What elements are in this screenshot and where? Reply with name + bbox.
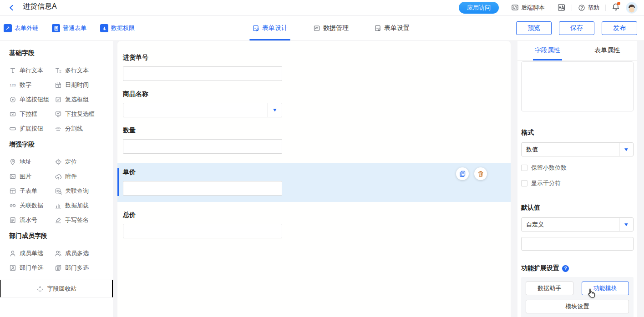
custom-default-value-input[interactable]: [521, 237, 634, 251]
field-type-label: 数据加载: [65, 201, 89, 210]
dept-member-fields-grid: 成员单选 成员多选 部门单选 部门多选: [9, 246, 113, 275]
publish-button[interactable]: 发布: [602, 21, 637, 35]
keep-decimal-checkbox-row[interactable]: 保留小数位数: [521, 164, 634, 172]
tab-form-design[interactable]: 表单设计: [249, 16, 290, 40]
help-button[interactable]: 帮助: [578, 4, 599, 12]
notification-dot: [617, 2, 620, 5]
page-title[interactable]: 进货信息A: [23, 2, 57, 13]
field-type-location[interactable]: 定位: [55, 155, 113, 169]
plain-form-button[interactable]: 普通表单: [52, 24, 86, 32]
language-icon: [557, 3, 566, 12]
field-type-checkbox-group[interactable]: 复选框组: [55, 92, 113, 107]
tab-data-management-label: 数据管理: [323, 24, 349, 32]
checkbox-unchecked-icon[interactable]: [521, 180, 527, 186]
pill-button-icon: [9, 125, 16, 132]
field-type-label: 地址: [20, 158, 31, 166]
properties-tabs: 字段属性 表单属性: [517, 41, 637, 60]
thousand-separator-checkbox-row[interactable]: 显示千分符: [521, 179, 634, 187]
field-description-textarea[interactable]: [521, 61, 634, 111]
app-access-button[interactable]: 应用访问: [459, 2, 499, 14]
field-type-member-multi[interactable]: 成员多选: [55, 246, 113, 261]
format-select[interactable]: 数值 ▼: [521, 142, 634, 156]
field-type-multi-line-text[interactable]: 多行文本: [55, 63, 113, 78]
save-button[interactable]: 保存: [559, 21, 594, 35]
tab-form-properties[interactable]: 表单属性: [578, 41, 638, 60]
data-assistant-button[interactable]: 数据助手: [526, 282, 573, 295]
tab-form-design-label: 表单设计: [262, 24, 288, 32]
recycle-icon: [36, 285, 44, 292]
preview-button[interactable]: 预览: [516, 21, 552, 35]
field-type-linked-query[interactable]: 关联查询: [55, 184, 113, 198]
image-icon: [9, 173, 16, 180]
form-field-quantity[interactable]: 数量: [123, 126, 505, 154]
section-title-enhanced-fields: 增强字段: [9, 141, 113, 149]
field-type-dept-multi[interactable]: 部门多选: [55, 261, 113, 275]
section-title-basic-fields: 基础字段: [9, 49, 113, 57]
field-type-linked-data[interactable]: 关联数据: [9, 198, 55, 213]
number-icon: 123: [9, 83, 16, 87]
tab-data-management[interactable]: 数据管理: [310, 16, 351, 40]
tab-form-settings[interactable]: 表单设置: [371, 16, 412, 40]
field-type-divider[interactable]: 分割线: [55, 121, 113, 136]
dropdown-multi-icon: [55, 111, 62, 118]
unit-price-input[interactable]: [123, 181, 282, 196]
form-external-link-label: 表单外链: [15, 24, 38, 32]
field-type-dropdown[interactable]: 下拉框: [9, 107, 55, 121]
form-field-purchase-order-no[interactable]: 进货单号: [123, 54, 505, 81]
user-avatar[interactable]: [626, 2, 638, 14]
total-price-input[interactable]: [123, 224, 282, 238]
notifications-button[interactable]: [612, 3, 620, 12]
field-type-label: 部门多选: [65, 264, 89, 272]
function-module-button[interactable]: 功能模块: [582, 282, 629, 295]
form-field-total-price[interactable]: 总价: [123, 211, 505, 238]
field-type-single-line-text[interactable]: 单行文本: [9, 63, 55, 78]
field-type-address[interactable]: 地址: [9, 155, 55, 169]
field-type-label: 成员多选: [65, 249, 89, 257]
data-permission-label: 数据权限: [111, 24, 135, 32]
backend-script-button[interactable]: 后端脚本: [511, 4, 545, 12]
checkbox-unchecked-icon[interactable]: [521, 165, 527, 171]
toolbar-links: 表单外链 普通表单 数据权限: [4, 16, 135, 40]
field-sidebar-inner: 基础字段 单行文本 多行文本 123 数字 日期时间 单选按钮组: [0, 41, 113, 275]
language-button[interactable]: [557, 3, 566, 12]
section-title-dept-member-fields: 部门成员字段: [9, 232, 113, 240]
product-name-select[interactable]: ▼: [123, 103, 282, 117]
select-caret-box[interactable]: ▼: [619, 143, 633, 156]
form-external-link-button[interactable]: 表单外链: [4, 24, 38, 32]
field-type-dropdown-multi[interactable]: 下拉复选框: [55, 107, 113, 121]
copy-field-button[interactable]: [456, 167, 469, 180]
field-label: 进货单号: [123, 54, 505, 62]
field-type-number[interactable]: 123 数字: [9, 78, 55, 92]
module-settings-button[interactable]: 模块设置: [526, 300, 629, 313]
field-type-image[interactable]: 图片: [9, 169, 55, 184]
field-type-radio-group[interactable]: 单选按钮组: [9, 92, 55, 107]
select-caret-box[interactable]: ▼: [268, 103, 282, 117]
field-type-extend-button[interactable]: 扩展按钮: [9, 121, 55, 136]
quantity-input[interactable]: [123, 139, 282, 154]
form-field-product-name[interactable]: 商品名称 ▼: [123, 90, 505, 117]
field-type-dept-single[interactable]: 部门单选: [9, 261, 55, 275]
tab-field-properties[interactable]: 字段属性: [517, 41, 578, 60]
delete-field-button[interactable]: [474, 167, 487, 180]
field-type-serial-number[interactable]: 流水号: [9, 213, 55, 227]
select-caret-box[interactable]: ▼: [619, 218, 633, 231]
field-type-label: 定位: [65, 158, 77, 166]
field-type-data-load[interactable]: 数据加载: [55, 198, 113, 213]
field-type-label: 图片: [20, 172, 31, 181]
field-type-subform[interactable]: 子表单: [9, 184, 55, 198]
form-field-unit-price-selected[interactable]: 单价: [117, 163, 511, 202]
field-type-attachment[interactable]: 附件: [55, 169, 113, 184]
field-type-datetime[interactable]: 日期时间: [55, 78, 113, 92]
main-tabs: 表单设计 数据管理 表单设置: [249, 16, 412, 40]
data-permission-button[interactable]: 数据权限: [100, 24, 135, 32]
back-button[interactable]: [6, 3, 16, 13]
field-type-label: 手写签名: [65, 216, 89, 224]
question-badge-icon[interactable]: ?: [562, 265, 569, 272]
bar-chart-icon: [55, 202, 62, 209]
default-value-select[interactable]: 自定义 ▼: [521, 217, 634, 231]
properties-body: 格式 数值 ▼ 保留小数位数 显示千分符 默认值 自定义 ▼ 功能扩展设置 ?: [517, 60, 637, 317]
field-type-member-single[interactable]: 成员单选: [9, 246, 55, 261]
field-recycle-bin-button[interactable]: 字段回收站: [0, 280, 113, 297]
purchase-order-no-input[interactable]: [123, 66, 282, 81]
field-type-signature[interactable]: 手写签名: [55, 213, 113, 227]
